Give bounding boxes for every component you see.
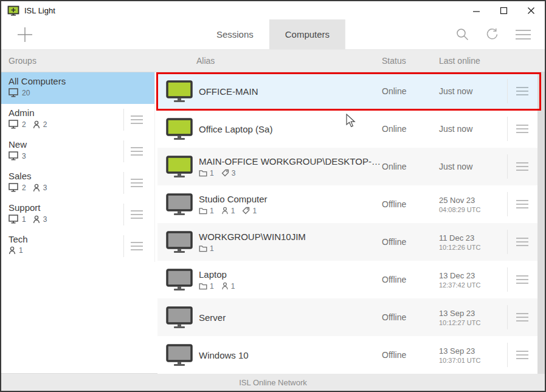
status-label: Offline bbox=[382, 199, 434, 209]
row-menu-button[interactable] bbox=[507, 336, 537, 374]
folder-count: 1 bbox=[210, 207, 214, 215]
alias-column-header: Alias bbox=[157, 56, 382, 66]
last-online-time: 10:12:27 UTC bbox=[439, 319, 507, 326]
user-icon bbox=[33, 215, 40, 224]
computer-offline-icon bbox=[166, 306, 193, 329]
hamburger-icon bbox=[516, 199, 529, 209]
status-label: Offline bbox=[382, 275, 434, 284]
computer-alias: MAIN-OFFICE WORKGROUP\DESKTOP-LN79... bbox=[199, 156, 382, 167]
folder-count: 1 bbox=[210, 282, 214, 291]
last-online-column-header: Last online bbox=[434, 56, 507, 66]
computer-alias: Office Laptop (Sa) bbox=[199, 124, 382, 134]
status-label: Offline bbox=[382, 312, 434, 322]
groups-sidebar: All Computers 20 Admin 2 2 bbox=[1, 72, 157, 373]
minimize-button[interactable] bbox=[463, 1, 490, 19]
row-menu-button[interactable] bbox=[507, 148, 537, 185]
tab-computers[interactable]: Computers bbox=[269, 19, 345, 49]
row-menu-button[interactable] bbox=[507, 185, 537, 223]
computer-alias: Studio Computer bbox=[199, 194, 382, 204]
computer-row-office-main[interactable]: OFFICE-MAIN Online Just now bbox=[157, 72, 537, 110]
computer-alias: OFFICE-MAIN bbox=[199, 86, 382, 97]
folder-icon bbox=[199, 170, 207, 177]
row-menu-button[interactable] bbox=[507, 261, 537, 298]
last-online-label: Just now bbox=[434, 86, 507, 96]
row-menu-button[interactable] bbox=[507, 298, 537, 336]
user-icon bbox=[221, 282, 229, 290]
group-menu-button[interactable] bbox=[130, 241, 143, 251]
computer-list: OFFICE-MAIN Online Just now Office bbox=[157, 72, 545, 373]
divider bbox=[123, 172, 124, 194]
refresh-icon[interactable] bbox=[485, 27, 499, 41]
computer-offline-icon bbox=[166, 193, 193, 216]
vertical-scrollbar[interactable] bbox=[537, 72, 545, 373]
window-title: ISL Light bbox=[24, 6, 55, 15]
search-icon[interactable] bbox=[455, 27, 469, 41]
divider bbox=[507, 117, 508, 141]
app-window: ISL Light Sessions Computers bbox=[0, 0, 546, 392]
group-menu-button[interactable] bbox=[130, 210, 143, 219]
sidebar-item-tech[interactable]: Tech 1 bbox=[1, 230, 154, 262]
groups-header: Groups bbox=[1, 56, 157, 66]
monitor-icon bbox=[9, 183, 19, 192]
maximize-button[interactable] bbox=[490, 1, 517, 19]
computer-row-windows10[interactable]: Windows 10 Offline 13 Sep 23 10:37:01 UT… bbox=[157, 336, 537, 374]
hamburger-icon bbox=[516, 350, 529, 360]
computer-row-win10jim[interactable]: WORKGROUP\WIN10JIM 1 Offline 11 Dec 23 1… bbox=[157, 223, 537, 261]
divider bbox=[123, 235, 124, 257]
monitor-icon bbox=[9, 120, 19, 129]
last-online-date: 13 Sep 23 bbox=[439, 346, 507, 356]
sidebar-item-admin[interactable]: Admin 2 2 bbox=[1, 104, 154, 136]
row-menu-button[interactable] bbox=[507, 110, 537, 148]
close-button[interactable] bbox=[517, 1, 545, 19]
computer-offline-icon bbox=[166, 344, 193, 366]
last-online-label: Just now bbox=[434, 162, 507, 171]
add-button[interactable] bbox=[15, 24, 35, 45]
tab-sessions[interactable]: Sessions bbox=[201, 19, 269, 49]
hamburger-icon bbox=[516, 124, 529, 134]
computer-online-icon bbox=[166, 118, 193, 140]
group-menu-button[interactable] bbox=[130, 178, 143, 188]
computer-row-studio[interactable]: Studio Computer 1 1 1 Offline 25 Nov 23 … bbox=[157, 185, 537, 223]
last-online-date: 25 Nov 23 bbox=[439, 196, 507, 205]
divider bbox=[507, 305, 508, 329]
computer-alias: Laptop bbox=[199, 269, 382, 280]
tag-icon bbox=[242, 207, 250, 215]
folder-count: 1 bbox=[210, 244, 214, 253]
group-menu-button[interactable] bbox=[130, 146, 143, 156]
last-online-date: 11 Dec 23 bbox=[439, 233, 507, 242]
sidebar-item-sales[interactable]: Sales 2 3 bbox=[1, 167, 154, 199]
computer-row-office-laptop[interactable]: Office Laptop (Sa) Online Just now bbox=[157, 110, 537, 148]
last-online-date: 13 Dec 23 bbox=[439, 271, 507, 280]
user-icon bbox=[33, 184, 40, 192]
hamburger-icon bbox=[130, 241, 143, 251]
user-icon bbox=[33, 120, 40, 129]
tag-icon bbox=[221, 169, 229, 177]
folder-icon bbox=[199, 283, 207, 290]
computer-alias: WORKGROUP\WIN10JIM bbox=[199, 232, 382, 242]
hamburger-icon bbox=[516, 237, 529, 247]
sidebar-item-new[interactable]: New 3 bbox=[1, 136, 154, 167]
computer-offline-icon bbox=[166, 269, 193, 291]
user-icon bbox=[221, 207, 229, 215]
computer-alias: Server bbox=[199, 312, 382, 323]
last-online-time: 12:37:42 UTC bbox=[439, 281, 507, 289]
group-menu-button[interactable] bbox=[130, 115, 143, 125]
sidebar-item-all-computers[interactable]: All Computers 20 bbox=[1, 72, 154, 104]
divider bbox=[123, 204, 124, 225]
computer-online-icon bbox=[166, 156, 193, 178]
window-controls bbox=[463, 1, 545, 19]
monitor-icon bbox=[9, 88, 19, 97]
computer-row-main-office[interactable]: MAIN-OFFICE WORKGROUP\DESKTOP-LN79... 1 … bbox=[157, 148, 537, 185]
computer-row-server[interactable]: Server Offline 13 Sep 23 10:12:27 UTC bbox=[157, 298, 537, 336]
computer-row-laptop[interactable]: Laptop 1 1 Offline 13 Dec 23 12:37:42 UT… bbox=[157, 261, 537, 298]
row-menu-button[interactable] bbox=[507, 72, 537, 110]
sidebar-item-support[interactable]: Support 1 3 bbox=[1, 199, 154, 230]
computer-count: 1 bbox=[22, 215, 26, 224]
divider bbox=[123, 109, 124, 131]
user-count: 3 bbox=[43, 184, 47, 192]
group-name: All Computers bbox=[9, 76, 154, 86]
view-tabs: Sessions Computers bbox=[201, 19, 345, 49]
menu-icon[interactable] bbox=[515, 29, 531, 40]
last-online-time: 04:08:29 UTC bbox=[439, 206, 507, 213]
row-menu-button[interactable] bbox=[507, 223, 537, 261]
